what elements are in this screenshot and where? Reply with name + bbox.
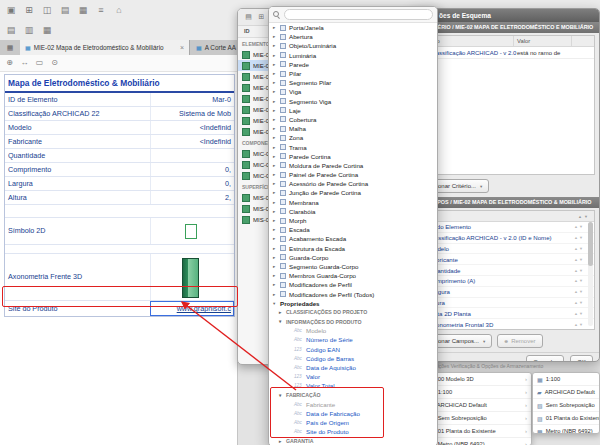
field-row[interactable]: Axonometria Frontal 3D ▲▼ — [418, 319, 594, 330]
cancel-button[interactable]: Cancelar — [526, 355, 564, 363]
menu-item[interactable]: ▸ Segmento Viga — [269, 97, 437, 106]
menu-item[interactable]: ▸ Modificadores de Perfil — [269, 280, 437, 289]
reorder-arrows-icon[interactable]: ▲▼ — [574, 311, 584, 316]
criteria-section-header[interactable]: ▾ CRITÉRIO / MIE-02 MAPA DE ELETRODOMÉST… — [413, 22, 599, 33]
view-toolbar-icon[interactable]: ↔ — [17, 55, 32, 71]
quick-option-row[interactable]: ▤ 00 Modelo 3D › — [425, 373, 531, 386]
menu-item[interactable]: ▸ Escada — [269, 225, 437, 234]
disclosure-triangle-icon[interactable]: ▸ — [273, 190, 280, 195]
disclosure-triangle-icon[interactable]: ▾ — [279, 319, 286, 324]
field-row[interactable]: Fabricante ▲▼ — [418, 254, 594, 265]
disclosure-triangle-icon[interactable]: ▸ — [273, 273, 280, 278]
quick-option-row[interactable]: ▨ 01 Planta do Existente › — [425, 425, 531, 438]
menu-item[interactable]: ▸ Membros Guarda-Corpo — [269, 271, 437, 280]
field-row[interactable]: Comprimento (A) ▲▼ — [418, 276, 594, 287]
menu-item[interactable]: ▸ Modificadores de Perfil (Todos) — [269, 289, 437, 298]
disclosure-triangle-icon[interactable]: ▸ — [273, 236, 280, 241]
menu-item[interactable]: 123 Valor Total — [269, 381, 437, 390]
disclosure-triangle-icon[interactable]: ▸ — [273, 227, 280, 232]
menu-item[interactable]: Abc País de Origem — [269, 418, 437, 427]
disclosure-triangle-icon[interactable]: ▸ — [273, 71, 280, 76]
menu-item[interactable]: 123 Código EAN — [269, 345, 437, 354]
close-tab-icon[interactable]: × — [176, 44, 184, 51]
menu-item[interactable]: Abc Fabricante — [269, 400, 437, 409]
disclosure-triangle-icon[interactable]: ▸ — [273, 80, 280, 85]
criteria-row[interactable]: Classificação ARCHICAD - v 2.0 está no r… — [418, 47, 594, 59]
menu-item[interactable]: ▾ Propriedades — [269, 299, 437, 308]
disclosure-triangle-icon[interactable]: ▸ — [273, 200, 280, 205]
view-toolbar-icon[interactable]: ▭ — [32, 55, 47, 71]
view-toolbar-icon[interactable]: ⊕ — [2, 55, 17, 71]
menu-item[interactable]: Abc Site do Produto — [269, 427, 437, 436]
disclosure-triangle-icon[interactable]: ▸ — [273, 246, 280, 251]
menu-item[interactable]: Abc Número de Série — [269, 335, 437, 344]
schedule-row-value[interactable]: <Indefinid — [150, 121, 234, 134]
toolbar-icon[interactable]: ▤ — [56, 2, 74, 18]
disclosure-triangle-icon[interactable]: ▸ — [273, 154, 280, 159]
reorder-arrows-icon[interactable]: ▲▼ — [574, 278, 584, 283]
menu-item[interactable]: ▸ Membrana — [269, 198, 437, 207]
tab-overflow-button[interactable]: ▦ — [0, 40, 21, 55]
field-row[interactable]: Quantidade ▲▼ — [418, 265, 594, 276]
schedule-row-value[interactable]: 2, — [150, 191, 234, 204]
menu-item[interactable]: Abc Modelo — [269, 326, 437, 335]
quick-option-row[interactable]: ▧ Sem Sobreposição › — [425, 412, 531, 425]
criteria-value[interactable]: está no ramo de — [517, 50, 575, 56]
quick-option-value-row[interactable]: ▧ Sem Sobreposição — [533, 399, 599, 412]
menu-item[interactable]: ▸ Acessório de Parede Cortina — [269, 179, 437, 188]
field-row[interactable]: Largura ▲▼ — [418, 287, 594, 298]
menu-item[interactable]: ▸ Luminária — [269, 51, 437, 60]
menu-item[interactable]: ▸ Trama — [269, 142, 437, 151]
reorder-arrows-icon[interactable]: ▲▼ — [574, 257, 584, 262]
menu-item[interactable]: ▸ GARANTIA — [269, 436, 437, 445]
menu-item[interactable]: ▸ Acabamento Escada — [269, 234, 437, 243]
field-row[interactable]: Classificação ARCHICAD - v 2.0 (ID e Nom… — [418, 233, 594, 244]
symbol-cell[interactable] — [150, 218, 234, 244]
menu-item[interactable]: ▸ Laje — [269, 106, 437, 115]
disclosure-triangle-icon[interactable]: ▸ — [279, 439, 286, 444]
menu-item[interactable]: Abc Código de Barras — [269, 354, 437, 363]
scrollbar-thumb[interactable] — [588, 222, 593, 266]
menu-item[interactable]: ▸ Guarda-Corpo — [269, 253, 437, 262]
schedule-row-value[interactable]: 0, — [150, 163, 234, 176]
disclosure-triangle-icon[interactable]: ▸ — [273, 135, 280, 140]
toolbar-icon[interactable]: ⊞ — [20, 2, 38, 18]
disclosure-triangle-icon[interactable]: ▸ — [273, 172, 280, 177]
reorder-arrows-icon[interactable]: ▲▼ — [574, 235, 584, 240]
menu-item[interactable]: ▸ Pilar — [269, 69, 437, 78]
menu-item[interactable]: ▸ Painel de Parede Cortina — [269, 170, 437, 179]
site-url-link[interactable]: www.graphisoft.c — [150, 301, 234, 316]
field-row[interactable]: ID do Elemento ▲▼ — [418, 222, 594, 233]
schedule-row-value[interactable]: Mar-0 — [150, 93, 234, 106]
quick-option-row[interactable]: ▩ Metro (NBR 6492) › — [425, 438, 531, 445]
quick-option-value-row[interactable]: ▦ 1:100 — [533, 373, 599, 386]
disclosure-triangle-icon[interactable]: ▸ — [273, 209, 280, 214]
disclosure-triangle-icon[interactable]: ▸ — [273, 108, 280, 113]
fields-section-header[interactable]: ▾ CAMPOS / MIE-02 MAPA DE ELETRODOMÉSTIC… — [413, 197, 599, 208]
menu-item[interactable]: ▸ CLASSIFICAÇÕES DO PROJETO — [269, 308, 437, 317]
field-row[interactable]: Modelo ▲▼ — [418, 244, 594, 255]
document-icon[interactable]: ▥ — [20, 22, 38, 38]
ok-button[interactable]: OK — [570, 355, 593, 363]
menu-item[interactable]: ▸ Zona — [269, 133, 437, 142]
toolbar-icon[interactable]: ▣ — [2, 2, 20, 18]
menu-item[interactable]: ▸ Parede Cortina — [269, 152, 437, 161]
disclosure-triangle-icon[interactable]: ▾ — [279, 393, 286, 398]
menu-item[interactable]: ▸ Segmento Guarda-Corpo — [269, 262, 437, 271]
menu-item[interactable]: ▸ Segmento Pilar — [269, 78, 437, 87]
disclosure-triangle-icon[interactable]: ▸ — [279, 310, 286, 315]
disclosure-triangle-icon[interactable]: ▸ — [273, 282, 280, 287]
list-view-icon[interactable]: ▤ — [242, 9, 255, 25]
menu-item[interactable]: ▸ Malha — [269, 124, 437, 133]
tab-schedule[interactable]: ▦ MIE-02 Mapa de Eletrodoméstico & Mobil… — [20, 40, 190, 55]
disclosure-triangle-icon[interactable]: ▸ — [273, 53, 280, 58]
disclosure-triangle-icon[interactable]: ▸ — [273, 292, 280, 297]
menu-item[interactable]: ▸ Abertura — [269, 32, 437, 41]
quick-option-row[interactable]: ▦ 1:100 › — [425, 386, 531, 399]
reorder-arrows-icon[interactable]: ▲▼ — [574, 268, 584, 273]
toolbar-icon[interactable]: ≡ — [92, 2, 110, 18]
menu-item[interactable]: ▾ FABRICAÇÃO — [269, 391, 437, 400]
reorder-arrows-icon[interactable]: ▲▼ — [574, 289, 584, 294]
disclosure-triangle-icon[interactable]: ▸ — [273, 89, 280, 94]
field-row[interactable]: Altura ▲▼ — [418, 298, 594, 309]
